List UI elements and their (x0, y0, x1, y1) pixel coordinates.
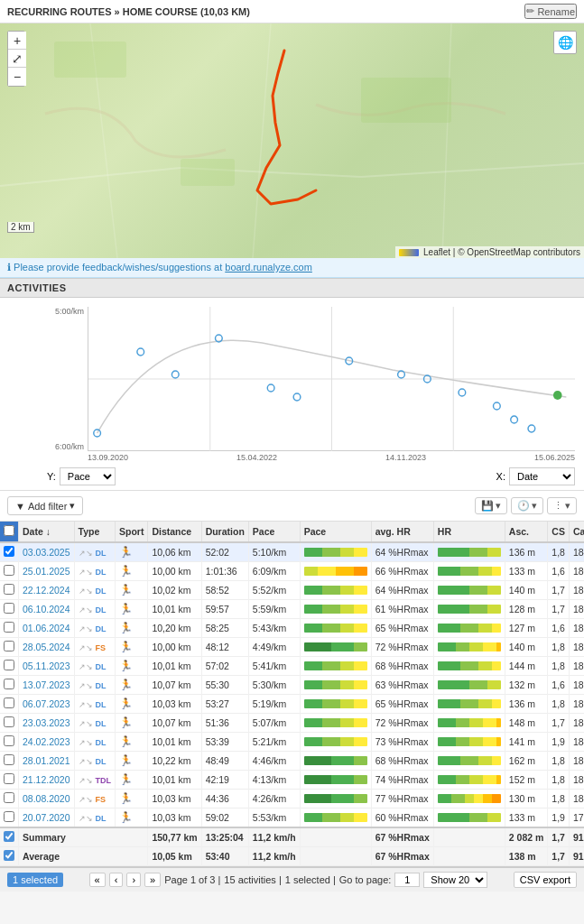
row-hr-bar (433, 562, 505, 581)
row-checkbox-cell[interactable] (0, 808, 19, 828)
table-row: 28.01.2021 ↗↘ DL 🏃 10,22 km 48:49 4:46/k… (0, 752, 584, 771)
zoom-fit-button[interactable]: ⤢ (8, 50, 26, 68)
row-checkbox[interactable] (4, 565, 14, 576)
row-cs: 1,8 (548, 752, 570, 771)
row-checkbox-cell[interactable] (0, 638, 19, 657)
row-pace-bar (300, 808, 371, 828)
row-checkbox-cell[interactable] (0, 542, 19, 562)
chart-svg (88, 307, 575, 451)
row-checkbox-cell[interactable] (0, 562, 19, 581)
col-date-header[interactable]: Date ↓ (19, 522, 75, 542)
average-cadence: 91 rpm (569, 847, 584, 866)
row-checkbox[interactable] (4, 622, 14, 633)
selected-label[interactable]: 1 selected (7, 873, 63, 887)
row-type: ↗↘ DL (74, 562, 115, 581)
row-checkbox-cell[interactable] (0, 581, 19, 600)
summary-checkbox[interactable] (4, 831, 14, 842)
row-checkbox-cell[interactable] (0, 676, 19, 695)
row-date[interactable]: 06.07.2023 (19, 695, 75, 714)
row-avg-hr: 64 %HRmax (371, 581, 433, 600)
row-date[interactable]: 24.02.2023 (19, 733, 75, 752)
row-checkbox[interactable] (4, 641, 14, 651)
row-checkbox[interactable] (4, 660, 14, 670)
add-filter-button[interactable]: ▼ Add filter ▾ (7, 496, 83, 515)
globe-button[interactable]: 🌐 (553, 31, 577, 54)
map-zoom-controls[interactable]: + ⤢ − (7, 31, 25, 87)
row-checkbox[interactable] (4, 811, 14, 822)
show-count-select[interactable]: Show 20 Show 10 Show 50 (423, 872, 487, 888)
row-duration: 1:01:36 (201, 562, 248, 581)
row-sport: 🏃 (115, 638, 147, 657)
row-checkbox-cell[interactable] (0, 657, 19, 676)
row-checkbox[interactable] (4, 603, 14, 614)
row-checkbox[interactable] (4, 792, 14, 803)
row-sport: 🏃 (115, 790, 147, 808)
row-distance: 10,00 km (148, 638, 201, 657)
x-axis-select[interactable]: Date Distance (509, 467, 575, 485)
row-checkbox[interactable] (4, 584, 14, 595)
row-checkbox-cell[interactable] (0, 600, 19, 619)
nav-prev-button[interactable]: ‹ (109, 873, 124, 887)
row-checkbox-cell[interactable] (0, 619, 19, 638)
row-sport: 🏃 (115, 808, 147, 828)
row-date[interactable]: 08.08.2020 (19, 790, 75, 808)
row-cs: 1,6 (548, 676, 570, 695)
row-cadence: 186 spm (569, 752, 584, 771)
table-row: 21.12.2020 ↗↘ TDL 🏃 10,01 km 42:19 4:13/… (0, 771, 584, 790)
nav-first-button[interactable]: « (89, 873, 106, 887)
table-row: 05.11.2023 ↗↘ DL 🏃 10,01 km 57:02 5:41/k… (0, 657, 584, 676)
row-date[interactable]: 05.11.2023 (19, 657, 75, 676)
row-date[interactable]: 28.05.2024 (19, 638, 75, 657)
row-date[interactable]: 21.12.2020 (19, 771, 75, 790)
row-date[interactable]: 03.03.2025 (19, 542, 75, 562)
row-date[interactable]: 06.10.2024 (19, 600, 75, 619)
row-checkbox-cell[interactable] (0, 714, 19, 733)
row-type: ↗↘ DL (74, 676, 115, 695)
row-avg-hr: 65 %HRmax (371, 619, 433, 638)
nav-last-button[interactable]: » (144, 873, 161, 887)
row-checkbox-cell[interactable] (0, 790, 19, 808)
row-checkbox[interactable] (4, 773, 14, 784)
row-sport: 🏃 (115, 714, 147, 733)
col-cs-header: CS (548, 522, 570, 542)
row-sport: 🏃 (115, 771, 147, 790)
more-options-button[interactable]: ⋮▾ (547, 497, 577, 514)
row-checkbox[interactable] (4, 679, 14, 689)
row-pace-bar (300, 676, 371, 695)
row-avg-hr: 64 %HRmax (371, 542, 433, 562)
table-row: 28.05.2024 ↗↘ FS 🏃 10,00 km 48:12 4:49/k… (0, 638, 584, 657)
row-checkbox-cell[interactable] (0, 695, 19, 714)
row-checkbox-cell[interactable] (0, 771, 19, 790)
row-checkbox[interactable] (4, 716, 14, 727)
row-date[interactable]: 25.01.2025 (19, 562, 75, 581)
row-checkbox[interactable] (4, 698, 14, 708)
row-type: ↗↘ FS (74, 790, 115, 808)
zoom-in-button[interactable]: + (8, 32, 26, 50)
row-checkbox-cell[interactable] (0, 752, 19, 771)
row-asc: 144 m (505, 657, 548, 676)
zoom-out-button[interactable]: − (8, 68, 26, 86)
row-avg-hr: 77 %HRmax (371, 790, 433, 808)
goto-page-input[interactable] (394, 873, 420, 887)
save-filter-button[interactable]: 💾▾ (475, 497, 507, 514)
row-distance: 10,20 km (148, 619, 201, 638)
row-checkbox[interactable] (4, 754, 14, 765)
row-date[interactable]: 01.06.2024 (19, 619, 75, 638)
average-checkbox[interactable] (4, 850, 14, 861)
row-date[interactable]: 22.12.2024 (19, 581, 75, 600)
nav-next-button[interactable]: › (126, 873, 141, 887)
csv-export-button[interactable]: CSV export (514, 872, 577, 888)
feedback-link[interactable]: board.runalyze.com (225, 262, 312, 273)
row-checkbox[interactable] (4, 546, 14, 557)
row-checkbox-cell[interactable] (0, 733, 19, 752)
rename-button[interactable]: ✏ Rename (524, 4, 577, 19)
row-cs: 1,7 (548, 581, 570, 600)
row-date[interactable]: 23.03.2023 (19, 714, 75, 733)
row-date[interactable]: 20.07.2020 (19, 808, 75, 828)
row-checkbox[interactable] (4, 735, 14, 746)
select-all-checkbox[interactable] (4, 525, 14, 536)
y-axis-select[interactable]: Pace Speed HR (60, 467, 116, 485)
row-date[interactable]: 28.01.2021 (19, 752, 75, 771)
row-date[interactable]: 13.07.2023 (19, 676, 75, 695)
history-button[interactable]: 🕐▾ (511, 497, 543, 514)
